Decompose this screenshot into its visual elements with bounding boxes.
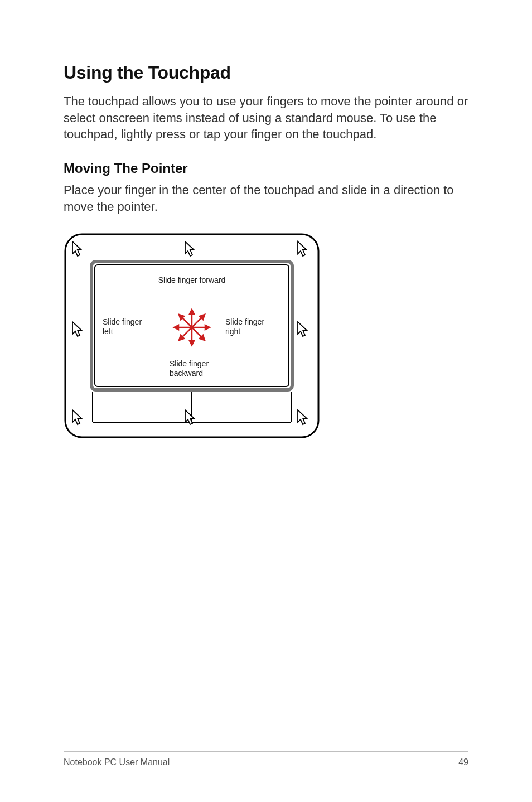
diagram-label-right-l2: right (225, 327, 240, 336)
diagram-label-right-l1: Slide finger (225, 317, 264, 326)
compass-arrows-icon (174, 310, 210, 345)
intro-paragraph: The touchpad allows you to use your fing… (64, 93, 468, 143)
diagram-label-bottom-l1: Slide finger (170, 359, 209, 368)
section-heading: Moving The Pointer (64, 161, 468, 176)
section-paragraph: Place your finger in the center of the t… (64, 182, 468, 215)
diagram-label-left-l2: left (103, 327, 113, 336)
page-footer: Notebook PC User Manual 49 (64, 751, 468, 767)
footer-title: Notebook PC User Manual (64, 757, 170, 767)
diagram-label-top: Slide finger forward (158, 276, 226, 284)
touchpad-diagram: Slide finger forward Slide finger left S… (64, 233, 468, 441)
diagram-label-left-l1: Slide finger (103, 317, 142, 326)
page-title: Using the Touchpad (64, 62, 468, 83)
document-page: Using the Touchpad The touchpad allows y… (0, 0, 532, 802)
touchpad-svg: Slide finger forward Slide finger left S… (64, 233, 320, 439)
diagram-label-bottom-l2: backward (170, 369, 203, 378)
page-number: 49 (458, 757, 468, 767)
